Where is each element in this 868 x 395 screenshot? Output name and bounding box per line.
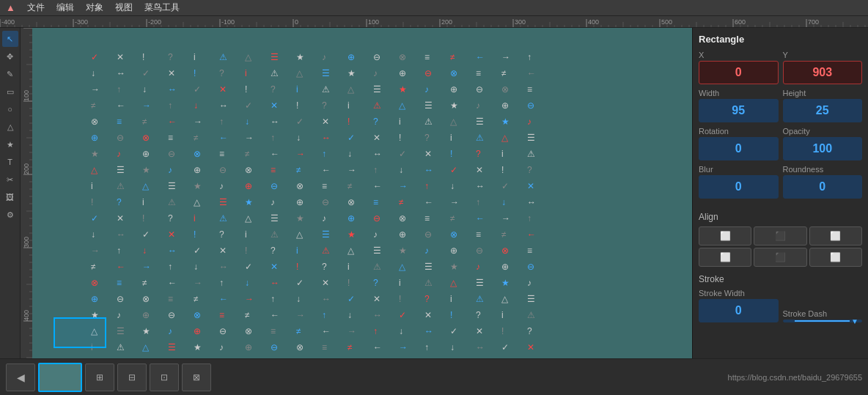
- menu-item-view[interactable]: 视图: [115, 1, 133, 14]
- width-input[interactable]: [699, 99, 779, 122]
- y-label: Y: [783, 51, 863, 59]
- menu-item-edit[interactable]: 编辑: [56, 1, 74, 14]
- app-logo: ▲: [6, 2, 15, 13]
- xy-row: X Y: [699, 51, 862, 84]
- bottom-bar: ◀ ⊞ ⊟ ⊡ ⊠ https://blog.csdn.net/baidu_29…: [0, 358, 868, 395]
- stroke-width-input[interactable]: [699, 299, 779, 322]
- right-panel: Rectangle X Y Width Heig: [692, 28, 868, 358]
- align-right[interactable]: ⬜: [809, 226, 862, 246]
- align-section-title: Align: [699, 212, 862, 222]
- tool-move[interactable]: ✥: [2, 48, 18, 64]
- stroke-row: Stroke Width Stroke Dash ▼: [699, 289, 862, 322]
- nav-frame-5[interactable]: ⊠: [182, 363, 211, 391]
- tool-image[interactable]: 🖼: [2, 189, 18, 205]
- rotation-opacity-row: Rotation Opacity: [699, 127, 862, 160]
- y-field-group: Y: [783, 51, 863, 84]
- tool-polygon[interactable]: △: [2, 119, 18, 135]
- menu-item-tools[interactable]: 菜鸟工具: [144, 1, 180, 14]
- stroke-width-label: Stroke Width: [699, 289, 779, 298]
- menu-item-file[interactable]: 文件: [27, 1, 45, 14]
- align-left[interactable]: ⬜: [699, 226, 751, 246]
- opacity-label: Opacity: [783, 127, 863, 136]
- blur-field-group: Blur: [699, 165, 779, 199]
- nav-frame-3[interactable]: ⊟: [117, 363, 147, 391]
- wh-row: Width Height: [699, 89, 862, 122]
- align-grid: ⬜ ⬛ ⬜ ⬜ ⬛ ⬜: [699, 226, 862, 267]
- x-field-group: X: [699, 51, 779, 84]
- tool-settings[interactable]: ⚙: [2, 207, 18, 223]
- stroke-dash-label: Stroke Dash: [783, 309, 863, 318]
- y-input[interactable]: [783, 61, 863, 84]
- align-top[interactable]: ⬜: [699, 248, 751, 267]
- tool-select[interactable]: ↖: [2, 31, 18, 47]
- roundness-label: Roundness: [783, 165, 863, 174]
- left-toolbar: ↖ ✥ ✎ ▭ ○ △ ★ T ✂ 🖼 ⚙: [0, 28, 21, 358]
- menu-item-object[interactable]: 对象: [86, 1, 103, 14]
- panel-title: Rectangle: [699, 34, 862, 45]
- height-input[interactable]: [783, 99, 863, 122]
- rotation-field-group: Rotation: [699, 127, 779, 160]
- stroke-dash-field-group: Stroke Dash ▼: [783, 309, 863, 322]
- blur-input[interactable]: [699, 175, 779, 199]
- stroke-dash-box[interactable]: ▼: [783, 320, 863, 322]
- stroke-width-field-group: Stroke Width: [699, 289, 779, 322]
- rotation-label: Rotation: [699, 127, 779, 136]
- height-label: Height: [783, 89, 863, 97]
- blur-label: Blur: [699, 165, 779, 174]
- main-area: ↖ ✥ ✎ ▭ ○ △ ★ T ✂ 🖼 ⚙ Rectangle X: [0, 28, 868, 358]
- tool-rect[interactable]: ▭: [2, 84, 18, 100]
- tool-text[interactable]: T: [2, 154, 18, 170]
- width-label: Width: [699, 89, 779, 97]
- stroke-dash-arrow-icon: ▼: [851, 317, 858, 325]
- opacity-field-group: Opacity: [783, 127, 863, 160]
- rotation-input[interactable]: [699, 137, 779, 160]
- menu-bar: ▲ 文件 编辑 对象 视图 菜鸟工具: [0, 0, 868, 16]
- stroke-section-title: Stroke: [699, 274, 862, 284]
- width-field-group: Width: [699, 89, 779, 122]
- tool-ellipse[interactable]: ○: [2, 101, 18, 117]
- stroke-dash-preview: [795, 320, 850, 322]
- thumb-1[interactable]: [38, 363, 82, 392]
- height-field-group: Height: [783, 89, 863, 122]
- roundness-input[interactable]: [783, 175, 863, 199]
- ruler-vertical: [21, 28, 32, 358]
- tool-scissors[interactable]: ✂: [2, 171, 18, 188]
- x-input[interactable]: [699, 61, 779, 84]
- blur-roundness-row: Blur Roundness: [699, 165, 862, 199]
- opacity-input[interactable]: [783, 137, 863, 160]
- tool-star[interactable]: ★: [2, 136, 18, 152]
- align-center-h[interactable]: ⬛: [754, 226, 806, 246]
- canvas-area[interactable]: [32, 28, 692, 358]
- xy-section: X Y Width Height: [699, 51, 862, 203]
- nav-frame-2[interactable]: ⊞: [85, 363, 114, 391]
- tool-pen[interactable]: ✎: [2, 66, 18, 82]
- align-center-v[interactable]: ⬛: [754, 248, 806, 267]
- status-url: https://blog.csdn.net/baidu_29679655: [728, 373, 862, 382]
- roundness-field-group: Roundness: [783, 165, 863, 199]
- nav-prev[interactable]: ◀: [6, 363, 35, 391]
- align-bottom[interactable]: ⬜: [809, 248, 862, 267]
- nav-frame-4[interactable]: ⊡: [150, 363, 179, 391]
- x-label: X: [699, 51, 779, 59]
- ruler-horizontal: [0, 16, 868, 28]
